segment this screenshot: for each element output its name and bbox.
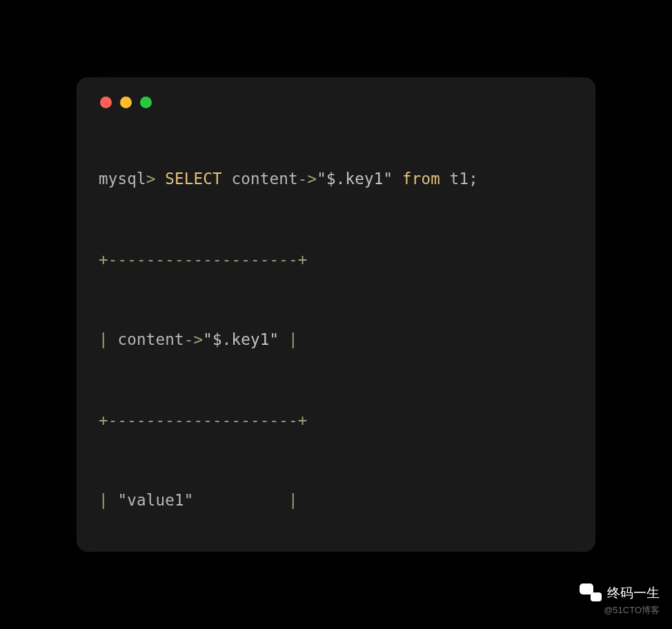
window-controls — [99, 97, 573, 108]
header-path: "$.key1" — [203, 330, 288, 348]
code-block: mysql> SELECT content->"$.key1" from t1;… — [99, 140, 573, 552]
pipe: | — [288, 491, 298, 509]
row-value: "value1" — [108, 491, 288, 509]
wechat-icon — [580, 583, 602, 603]
terminal-window: mysql> SELECT content->"$.key1" from t1;… — [77, 77, 595, 552]
pipe: | — [99, 330, 108, 348]
watermark-main-text: 终码一生 — [607, 584, 660, 602]
prompt-prefix: mysql — [99, 170, 146, 188]
select-column: content — [222, 170, 298, 188]
prompt-symbol: > — [146, 170, 166, 188]
select-keyword: SELECT — [165, 170, 221, 188]
header-arrow: -> — [184, 330, 204, 348]
border-line-top: +--------------------+ — [99, 252, 573, 268]
watermark-sub-text: @51CTO博客 — [604, 604, 660, 617]
pipe: | — [288, 330, 298, 348]
maximize-icon — [140, 97, 152, 108]
table-name: t1 — [440, 170, 468, 188]
border-line-mid: +--------------------+ — [99, 412, 573, 428]
query-line: mysql> SELECT content->"$.key1" from t1; — [99, 171, 573, 187]
json-path: "$.key1" — [317, 170, 393, 188]
minimize-icon — [120, 97, 132, 108]
header-content: content — [108, 330, 184, 348]
watermark: 终码一生 @51CTO博客 — [580, 583, 660, 617]
arrow-operator: -> — [298, 170, 317, 188]
semicolon: ; — [468, 170, 478, 188]
pipe: | — [99, 491, 108, 509]
header-line: | content->"$.key1" | — [99, 332, 573, 348]
data-row-1: | "value1" | — [99, 492, 573, 508]
from-keyword: from — [393, 170, 440, 188]
watermark-top: 终码一生 — [580, 583, 660, 603]
close-icon — [100, 97, 112, 108]
